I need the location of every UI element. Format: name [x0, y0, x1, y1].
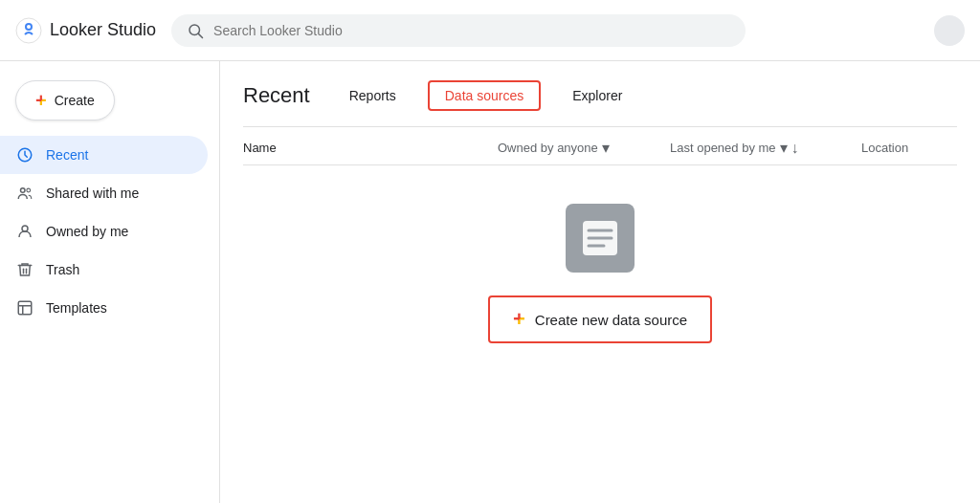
main-header: Recent Reports Data sources Explorer [243, 61, 957, 127]
svg-point-7 [27, 188, 31, 192]
empty-state-icon [566, 204, 635, 273]
sidebar-item-recent-label: Recent [46, 147, 88, 163]
search-input[interactable] [213, 23, 730, 38]
templates-icon [15, 298, 34, 317]
tab-data-sources[interactable]: Data sources [428, 80, 541, 111]
section-title: Recent [243, 83, 310, 108]
app-title: Looker Studio [50, 20, 156, 40]
svg-point-2 [27, 25, 31, 29]
trash-icon [15, 260, 34, 279]
sort-direction-icon: ↓ [791, 140, 799, 157]
create-plus-icon: + [35, 91, 47, 110]
topbar: Looker Studio [0, 0, 980, 61]
col-opened-header[interactable]: Last opened by me ▾ ↓ [670, 139, 861, 157]
sidebar: + Create Recent Shared with me [0, 61, 220, 503]
create-button[interactable]: + Create [15, 80, 115, 120]
create-data-source-button[interactable]: + Create new data source [488, 295, 712, 343]
svg-point-8 [22, 226, 28, 231]
search-icon [187, 22, 204, 39]
sidebar-item-owned-label: Owned by me [46, 224, 128, 239]
opened-dropdown-icon: ▾ [780, 139, 788, 157]
create-data-source-label: Create new data source [535, 312, 687, 328]
looker-icon [15, 17, 42, 44]
logo: Looker Studio [15, 17, 156, 44]
sidebar-item-shared[interactable]: Shared with me [0, 174, 208, 212]
person-icon [15, 222, 34, 241]
layout: + Create Recent Shared with me [0, 61, 980, 503]
sidebar-item-owned[interactable]: Owned by me [0, 212, 208, 251]
avatar[interactable] [934, 15, 965, 46]
svg-rect-11 [18, 301, 32, 315]
sidebar-item-templates-label: Templates [46, 300, 107, 316]
search-bar[interactable] [171, 14, 746, 47]
people-icon [15, 184, 34, 203]
col-owned-header[interactable]: Owned by anyone ▾ [498, 139, 670, 157]
sidebar-item-trash-label: Trash [46, 262, 79, 277]
sidebar-item-recent[interactable]: Recent [0, 136, 208, 174]
create-button-label: Create [55, 93, 95, 108]
col-location-header: Location [861, 141, 957, 155]
tab-explorer[interactable]: Explorer [556, 81, 638, 110]
svg-point-6 [21, 188, 26, 193]
sidebar-item-templates[interactable]: Templates [0, 289, 208, 327]
col-name-header: Name [243, 141, 498, 155]
empty-state: + Create new data source [243, 165, 957, 382]
tab-reports[interactable]: Reports [333, 81, 412, 110]
owned-dropdown-icon: ▾ [602, 139, 610, 157]
sidebar-item-shared-label: Shared with me [46, 186, 139, 201]
sidebar-item-trash[interactable]: Trash [0, 251, 208, 289]
create-ds-plus-icon: + [513, 309, 525, 330]
main-content: Recent Reports Data sources Explorer Nam… [220, 61, 980, 503]
table-header: Name Owned by anyone ▾ Last opened by me… [243, 127, 957, 165]
clock-icon [15, 145, 34, 164]
svg-line-4 [198, 33, 202, 37]
